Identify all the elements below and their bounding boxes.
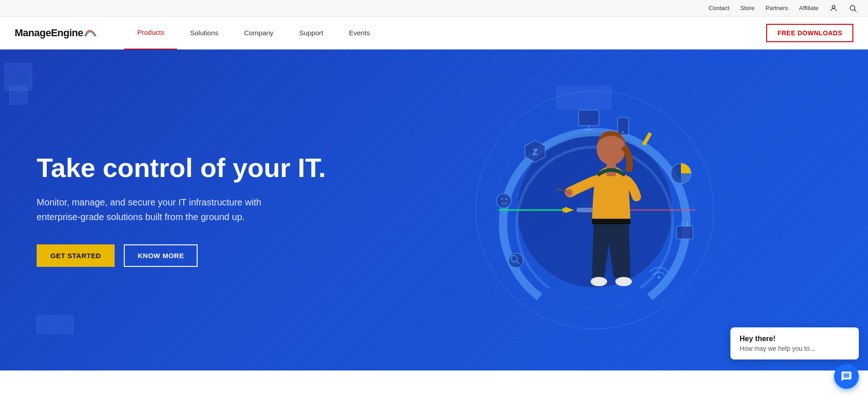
chat-popup: Hey there! How may we help you to... xyxy=(730,327,859,359)
bg-square-3 xyxy=(37,315,73,334)
contact-link[interactable]: Contact xyxy=(709,5,730,11)
top-bar: Contact Store Partners Affiliate xyxy=(0,0,868,17)
chat-popup-subtitle: How may we help you to... xyxy=(740,345,850,352)
svg-point-30 xyxy=(615,277,632,286)
free-downloads-button[interactable]: FREE DOWNLOADS xyxy=(766,24,853,42)
hero-content: Take control of your IT. Monitor, manage… xyxy=(37,153,358,267)
store-link[interactable]: Store xyxy=(740,5,754,11)
hero-illustration: Z xyxy=(358,77,831,343)
svg-rect-14 xyxy=(676,226,693,239)
user-icon[interactable] xyxy=(829,4,838,12)
logo-arc-icon xyxy=(84,29,97,37)
nav-item-products[interactable]: Products xyxy=(124,17,177,50)
svg-line-2 xyxy=(854,10,856,11)
hero-section: Take control of your IT. Monitor, manage… xyxy=(0,50,868,370)
logo-text: ManageEngine xyxy=(15,27,83,39)
svg-point-23 xyxy=(505,198,507,200)
chat-widget: Hey there! How may we help you to... xyxy=(730,327,859,370)
chat-popup-title: Hey there! xyxy=(740,335,850,343)
get-started-button[interactable]: GET STARTED xyxy=(37,244,115,267)
nav-item-solutions[interactable]: Solutions xyxy=(177,17,231,50)
circle-graphic: Z xyxy=(462,77,728,343)
nav-item-events[interactable]: Events xyxy=(336,17,383,50)
hero-subtitle: Monitor, manage, and secure your IT infr… xyxy=(37,195,293,224)
nav-item-support[interactable]: Support xyxy=(286,17,336,50)
hero-buttons: GET STARTED KNOW MORE xyxy=(37,244,358,267)
main-navigation: ManageEngine Products Solutions Company … xyxy=(0,17,868,50)
nav-links: Products Solutions Company Support Event… xyxy=(124,17,766,50)
svg-point-18 xyxy=(509,253,523,268)
logo[interactable]: ManageEngine xyxy=(15,27,97,39)
affiliate-link[interactable]: Affiliate xyxy=(799,5,818,11)
svg-point-0 xyxy=(832,6,835,8)
nav-item-company[interactable]: Company xyxy=(231,17,286,50)
svg-point-33 xyxy=(565,189,573,196)
search-icon[interactable] xyxy=(849,4,857,12)
svg-point-1 xyxy=(850,6,855,11)
bg-square-2 xyxy=(9,86,28,105)
know-more-button[interactable]: KNOW MORE xyxy=(124,244,198,267)
svg-rect-28 xyxy=(592,219,630,224)
svg-point-21 xyxy=(497,193,511,208)
svg-text:Z: Z xyxy=(532,148,537,157)
svg-point-22 xyxy=(501,198,503,200)
partners-link[interactable]: Partners xyxy=(765,5,788,11)
hero-title: Take control of your IT. xyxy=(37,153,358,182)
chat-open-button[interactable] xyxy=(834,364,859,370)
svg-point-29 xyxy=(591,277,607,286)
person-figure xyxy=(556,121,666,306)
